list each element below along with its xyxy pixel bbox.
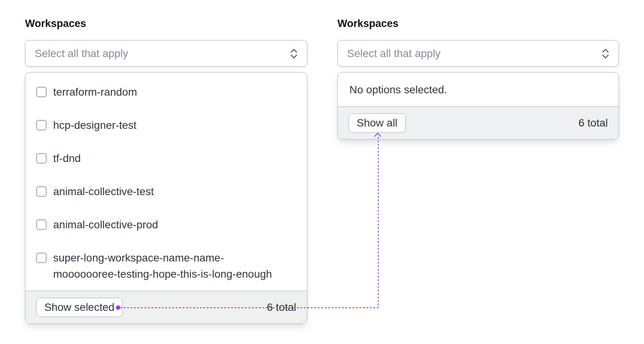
show-selected-button[interactable]: Show selected (36, 298, 122, 317)
selected-panel-footer: Show all 6 total (338, 106, 619, 139)
chevron-up-down-icon (601, 47, 610, 60)
option-label: animal-collective-test (53, 184, 154, 200)
option-row[interactable]: hcp-designer-test (25, 109, 307, 142)
option-row[interactable]: super-long-workspace-name-name-moooooore… (25, 241, 307, 291)
option-label: hcp-designer-test (53, 117, 136, 133)
empty-message: No options selected. (338, 73, 619, 106)
checkbox-unchecked[interactable] (36, 153, 47, 164)
workspaces-multiselect-empty: Workspaces Select all that apply No opti… (337, 17, 619, 140)
checkbox-unchecked[interactable] (36, 87, 47, 97)
option-row[interactable]: animal-collective-test (25, 175, 307, 208)
workspaces-label: Workspaces (337, 17, 619, 30)
workspaces-select[interactable]: Select all that apply (337, 40, 619, 67)
workspaces-label: Workspaces (25, 17, 307, 30)
option-row[interactable]: terraform-random (25, 76, 307, 109)
checkbox-unchecked[interactable] (36, 219, 47, 230)
select-placeholder: Select all that apply (347, 47, 601, 60)
options-list: terraform-random hcp-designer-test tf-dn… (25, 73, 307, 291)
annotation-line-vertical (378, 137, 379, 308)
select-placeholder: Select all that apply (35, 47, 289, 60)
checkbox-unchecked[interactable] (36, 120, 47, 130)
options-panel: terraform-random hcp-designer-test tf-dn… (25, 72, 307, 324)
show-all-button[interactable]: Show all (349, 113, 406, 133)
total-count: 6 total (579, 117, 608, 129)
chevron-up-down-icon (289, 47, 299, 60)
option-label: tf-dnd (53, 150, 81, 167)
workspaces-select[interactable]: Select all that apply (25, 40, 307, 67)
workspaces-multiselect-open: Workspaces Select all that apply terrafo… (25, 17, 307, 324)
option-label: super-long-workspace-name-name-moooooore… (53, 250, 284, 282)
option-label: animal-collective-prod (53, 217, 158, 233)
options-panel-footer: Show selected 6 total (25, 291, 307, 324)
selected-panel: No options selected. Show all 6 total (337, 72, 619, 140)
option-row[interactable]: tf-dnd (25, 142, 307, 175)
total-count: 6 total (267, 301, 296, 314)
option-label: terraform-random (53, 84, 137, 100)
option-row[interactable]: animal-collective-prod (25, 208, 307, 241)
checkbox-unchecked[interactable] (36, 253, 47, 263)
checkbox-unchecked[interactable] (36, 186, 47, 197)
